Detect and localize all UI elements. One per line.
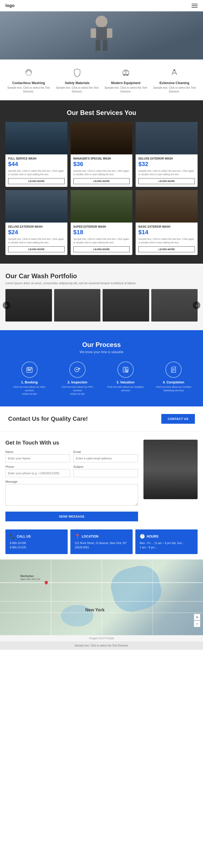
service-desc-0: Sample text. Click to select the text bo… [8,169,65,176]
service-price-0: $44 [8,161,65,168]
process-step-valuation-desc: Find out more about our Analytics servic… [106,385,145,392]
service-card-4: SUPER EXTERIOR WASH $18 Sample text. Cli… [70,190,133,255]
name-input[interactable] [5,454,70,462]
message-textarea[interactable] [5,484,138,506]
hamburger-menu[interactable] [192,4,198,7]
zoom-out-button[interactable]: − [194,621,200,627]
image-credit-text: Images from Freepik [89,637,114,640]
email-label: Email [74,450,138,454]
feature-contactless: Contactless Washing Sample text. Click t… [7,66,50,94]
process-step-booking-contact: 8-800-19-500 [22,392,37,396]
info-box-hours: 🕐 HOURS Mon - Fri ... 11 am – 8 pm Sat, … [135,529,198,554]
feature-cleaning: Extensive Cleaning Sample text. Click to… [153,66,196,94]
send-message-button[interactable]: SEND MESSAGE [5,512,138,521]
slider-prev-button[interactable]: ‹ [3,302,10,309]
process-subtitle: We know your time is valuable [5,350,198,354]
email-input[interactable] [74,454,138,462]
phone-label: Phone [5,465,70,468]
service-price-1: $36 [74,161,130,168]
logo: logo [5,3,14,8]
contact-cta-title: Contact Us for Quality Care! [8,415,88,422]
process-step-inspection-desc: Find out more about our PPC services [58,385,97,392]
sample-footer: Sample text. Click to select the Text El… [0,642,203,650]
service-desc-5: Sample text. Click to select the text bo… [138,238,195,244]
map-section: ManhattanNew York 100 123 New York + − [0,559,203,635]
process-step-completion: 4. Completion Find out more about our Co… [154,362,193,396]
service-name-5: BASIC EXTERIOR WASH [138,225,195,228]
name-label: Name [5,450,70,454]
contact-form-title: Get In Touch With us [5,440,138,446]
process-step-inspection: 2. Inspection Find out more about our PP… [58,362,97,396]
info-box-phone-content: 8-800-19-500 8-800-19-520 [10,541,63,550]
subject-label: Subject [74,465,138,468]
service-image-2 [136,122,198,154]
service-card-0: FULL SERVICE WASH $44 Sample text. Click… [5,122,67,187]
process-step-completion-desc: Find out more about our Content Marketin… [154,385,193,392]
phone-input[interactable] [5,469,70,477]
process-step-booking: 1. Booking Find out more about our SEO s… [10,362,49,396]
learn-more-button-5[interactable]: LEARN MORE [138,246,195,252]
contact-form-left: Get In Touch With us Name Email Phone Su… [5,440,138,521]
process-step-inspection-title: 2. Inspection [68,380,87,384]
service-image-1 [70,122,133,154]
process-step-booking-desc: Find out more about our SEO services [10,385,49,392]
equipment-icon [119,66,133,79]
safety-icon [70,66,84,79]
feature-contactless-title: Contactless Washing [12,81,45,85]
service-card-5: BASIC EXTERIOR WASH $14 Sample text. Cli… [136,190,198,255]
service-image-4 [70,190,133,222]
services-grid: FULL SERVICE WASH $44 Sample text. Click… [5,122,198,255]
svg-rect-2 [91,28,96,38]
service-price-5: $14 [138,229,195,236]
feature-equipment-desc: Sample text. Click to select the Text El… [105,86,147,94]
svg-rect-3 [107,28,112,38]
best-services-title: Our Best Services You [5,109,198,117]
info-box-hours-content: Mon - Fri ... 11 am – 8 pm Sat, Sun ... … [140,541,193,550]
feature-cleaning-desc: Sample text. Click to select the Text El… [153,86,196,94]
service-price-3: $24 [8,229,65,236]
slider-next-button[interactable]: › [193,302,200,309]
feature-safety-title: Safety Materials [65,81,90,85]
clock-icon: 🕐 [140,534,145,539]
info-box-phone: 📞 CALL US 8-800-19-500 8-800-19-520 [5,529,68,554]
svg-rect-4 [95,40,100,51]
portfolio-slider: ‹ › [5,289,198,321]
learn-more-button-0[interactable]: LEARN MORE [8,178,65,184]
completion-icon [165,362,182,378]
contact-form-right [143,440,198,521]
service-price-4: $18 [74,229,130,236]
contact-us-button[interactable]: CONTACT US [161,414,195,424]
best-services-section: Our Best Services You FULL SERVICE WASH … [0,100,203,264]
subject-input[interactable] [74,469,138,477]
feature-equipment-title: Modern Equipment [111,81,141,85]
portfolio-title: Our Car Wash Portfolio [5,272,198,280]
map-manhattan-label: ManhattanNew York 100 123 [20,575,40,581]
info-box-phone-title: CALL US [17,535,31,538]
booking-icon [21,362,38,378]
svg-rect-5 [103,40,108,51]
service-price-2: $32 [138,161,195,168]
learn-more-button-4[interactable]: LEARN MORE [74,246,130,252]
process-section: Our Process We know your time is valuabl… [0,330,203,406]
portfolio-images [5,289,198,321]
svg-rect-1 [96,27,107,40]
phone-icon: 📞 [10,534,15,539]
feature-safety-desc: Sample text. Click to select the Text El… [56,86,98,94]
learn-more-button-2[interactable]: LEARN MORE [138,178,195,184]
portfolio-image-2 [103,289,149,321]
svg-point-0 [95,16,108,28]
service-card-3: DELUXE EXTERIOR WASH $24 Sample text. Cl… [5,190,67,255]
map-newyork-label: New York [85,608,105,613]
message-label: Message [5,480,138,483]
service-name-1: MANAGER'S SPECIAL WASH [74,157,130,160]
service-desc-2: Sample text. Click to select the text bo… [138,169,195,176]
valuation-icon: $ [117,362,134,378]
learn-more-button-3[interactable]: LEARN MORE [8,246,65,252]
info-box-location-title: LOCATION [82,535,98,538]
zoom-in-button[interactable]: + [194,614,200,620]
feature-equipment: Modern Equipment Sample text. Click to s… [105,66,147,94]
learn-more-button-1[interactable]: LEARN MORE [74,178,130,184]
service-name-4: SUPER EXTERIOR WASH [74,225,130,228]
service-image-5 [136,190,198,222]
info-box-location: 📍 LOCATION 121 Rock Street, 21 Avenue, N… [70,529,133,554]
